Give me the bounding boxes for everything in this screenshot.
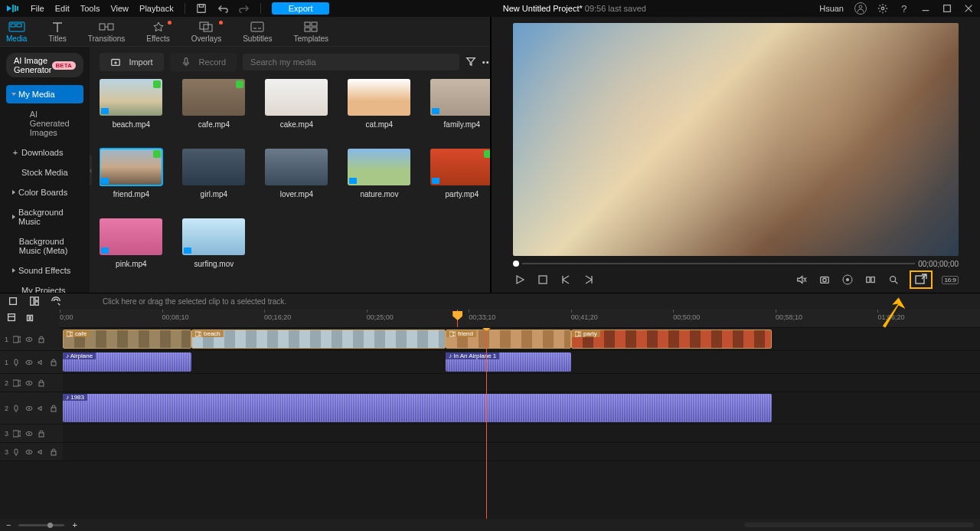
compare-icon[interactable] (864, 273, 877, 287)
stop-icon[interactable] (536, 273, 550, 287)
help-icon[interactable]: ? (899, 3, 910, 14)
minimize-icon[interactable] (920, 3, 931, 14)
menu-playback[interactable]: Playback (139, 4, 174, 13)
media-item-beach-mp4[interactable]: beach.mp4 (100, 79, 162, 129)
visibility-icon[interactable] (25, 336, 33, 343)
mute-icon[interactable] (795, 273, 808, 287)
media-item-cat-mp4[interactable]: cat.mp4 (348, 79, 410, 129)
prev-frame-icon[interactable] (559, 273, 573, 287)
media-item-cake-mp4[interactable]: cake.mp4 (265, 79, 328, 129)
scrubber-handle[interactable] (513, 261, 519, 267)
media-item-nature-mov[interactable]: nature.mov (348, 149, 410, 198)
tl-tool-layout[interactable] (29, 296, 40, 308)
save-icon[interactable] (196, 3, 207, 14)
filter-icon[interactable] (466, 56, 476, 68)
lock-icon[interactable] (50, 448, 57, 456)
lock-icon[interactable] (50, 359, 57, 366)
track-head-1-audio[interactable]: 1 (0, 351, 63, 373)
tab-media[interactable]: Media (6, 21, 27, 43)
menu-tools[interactable]: Tools (80, 4, 100, 13)
visibility-icon[interactable] (25, 448, 33, 456)
media-item-family-mp4[interactable]: family.mp4 (430, 79, 490, 129)
track-head-3-audio[interactable]: 3 (0, 443, 63, 461)
media-item-pink-mp4[interactable]: pink.mp4 (100, 218, 162, 268)
mute-icon[interactable] (38, 405, 45, 412)
clip-beach[interactable]: beach (191, 329, 446, 349)
record-button[interactable]: Record (170, 53, 237, 71)
zoom-slider[interactable] (18, 524, 64, 526)
maximize-icon[interactable] (942, 3, 952, 14)
close-icon[interactable] (963, 3, 974, 14)
sidebar-item-my-projects[interactable]: My Projects (6, 281, 83, 293)
media-item-girl-mp4[interactable]: girl.mp4 (182, 149, 245, 198)
media-search-input[interactable]: Search my media (243, 54, 459, 70)
lock-icon[interactable] (38, 430, 45, 438)
media-item-lover-mp4[interactable]: lover.mp4 (265, 149, 328, 198)
preview-scrubber[interactable]: 00;00;00;00 (513, 257, 959, 270)
ai-image-generator-button[interactable]: AI Image Generator BETA (6, 53, 83, 77)
zoom-in-icon[interactable]: + (72, 520, 77, 529)
redo-icon[interactable] (239, 3, 250, 14)
zoom-icon[interactable] (887, 273, 900, 287)
timeline-playhead[interactable] (486, 328, 487, 519)
user-name[interactable]: Hsuan (819, 4, 844, 13)
zoom-out-icon[interactable]: − (6, 520, 11, 529)
sidebar-item-sound-effects[interactable]: Sound Effects (6, 261, 83, 280)
track-head-3-video[interactable]: 3 (0, 424, 63, 442)
lock-icon[interactable] (38, 336, 45, 343)
preview-viewport[interactable] (513, 23, 959, 256)
tl-marker-icon[interactable] (6, 313, 17, 325)
visibility-icon[interactable] (25, 405, 33, 412)
avatar-icon[interactable] (854, 2, 867, 15)
sidebar-item-downloads[interactable]: + Downloads (6, 143, 83, 162)
media-item-party-mp4[interactable]: party.mp4 (430, 149, 490, 198)
popout-preview-button[interactable] (910, 270, 933, 289)
import-button[interactable]: Import (100, 53, 163, 71)
play-icon[interactable] (513, 273, 527, 287)
tab-effects[interactable]: Effects (146, 21, 169, 43)
clip-party[interactable]: party (571, 329, 772, 349)
tab-overlays[interactable]: Overlays (191, 21, 221, 43)
sidebar-item-color-boards[interactable]: Color Boards (6, 183, 83, 202)
sidebar-item-my-media[interactable]: My Media (6, 85, 83, 103)
menu-file[interactable]: File (31, 4, 44, 13)
clip-Airplane[interactable]: ♪ Airplane (63, 352, 191, 372)
mute-icon[interactable] (38, 359, 45, 366)
clip-cafe[interactable]: cafe (63, 329, 191, 349)
sidebar-item-stock-media[interactable]: Stock Media (6, 163, 83, 182)
tl-tool-ripple[interactable] (51, 296, 61, 308)
media-item-surfing-mov[interactable]: surfing.mov (182, 218, 245, 268)
tl-link-icon[interactable] (24, 313, 35, 325)
tl-tool-select[interactable] (8, 296, 18, 308)
quality-icon[interactable] (841, 273, 854, 287)
undo-icon[interactable] (217, 3, 228, 14)
menu-view[interactable]: View (110, 4, 129, 13)
track-head-2-video[interactable]: 2 (0, 374, 63, 392)
visibility-icon[interactable] (25, 379, 33, 387)
tab-transitions[interactable]: Transitions (88, 21, 126, 43)
sidebar-item-background-music[interactable]: Background Music (6, 203, 83, 231)
sidebar-item-background-music-meta-[interactable]: Background Music (Meta) (6, 232, 83, 260)
aspect-ratio-button[interactable]: 16:9 (942, 276, 959, 284)
lock-icon[interactable] (38, 379, 45, 387)
clip-friend[interactable]: friend (446, 329, 571, 349)
clip-In An Airplane 1[interactable]: ♪ In An Airplane 1 (446, 352, 571, 372)
sidebar-item-ai-generated-images[interactable]: AI Generated Images (6, 105, 83, 142)
timeline-scrollbar[interactable] (744, 523, 974, 527)
more-icon[interactable]: ••• (482, 57, 490, 67)
visibility-icon[interactable] (25, 430, 33, 438)
track-head-1-video[interactable]: 1 (0, 328, 63, 350)
tab-templates[interactable]: Templates (294, 21, 329, 43)
lock-icon[interactable] (50, 405, 57, 412)
snapshot-icon[interactable] (818, 273, 831, 287)
settings-icon[interactable] (877, 3, 888, 14)
export-button[interactable]: Export (272, 2, 330, 15)
tab-subtitles[interactable]: Subtitles (243, 21, 272, 43)
mute-icon[interactable] (38, 448, 45, 456)
clip-1983[interactable]: ♪ 1983 (63, 394, 772, 422)
timeline-ruler[interactable]: 0;0000;08;1000;16;2000;25;0000;33;1000;4… (60, 310, 980, 328)
media-item-friend-mp4[interactable]: friend.mp4 (100, 149, 162, 198)
menu-edit[interactable]: Edit (55, 4, 70, 13)
tab-titles[interactable]: Titles (48, 21, 67, 43)
next-frame-icon[interactable] (582, 273, 596, 287)
